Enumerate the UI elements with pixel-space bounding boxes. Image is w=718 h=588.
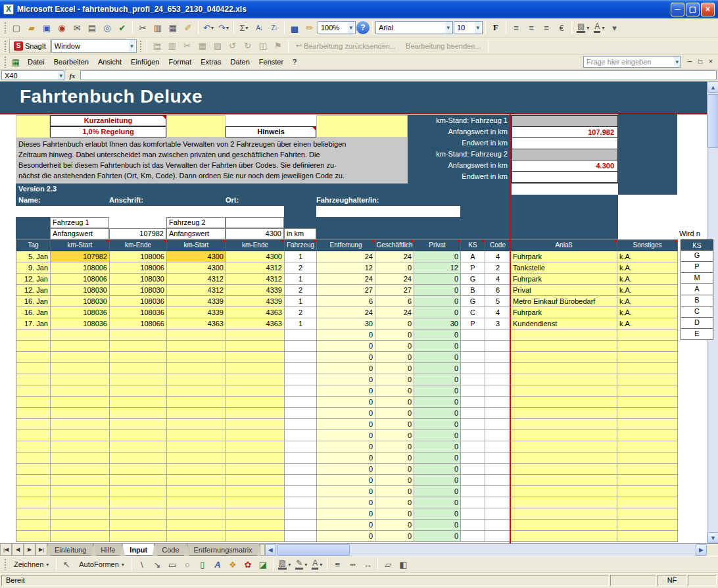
cell[interactable] xyxy=(51,385,110,397)
align-center-icon[interactable]: ≡ xyxy=(524,20,538,35)
menu-daten[interactable]: Daten xyxy=(226,56,254,68)
cell[interactable]: k.A. xyxy=(617,262,678,274)
cell[interactable]: 0 xyxy=(375,453,414,464)
cell[interactable]: 12. Jan xyxy=(16,285,51,296)
cell[interactable]: 0 xyxy=(414,251,461,262)
cell[interactable] xyxy=(226,441,285,453)
cell[interactable] xyxy=(51,363,110,374)
cell[interactable] xyxy=(167,441,226,453)
ks-code-cell[interactable]: B xyxy=(681,295,713,306)
cell[interactable]: 0 xyxy=(375,441,414,453)
cell[interactable] xyxy=(511,486,617,497)
end-edit-button[interactable]: Bearbeitung beenden... xyxy=(401,39,485,53)
cell[interactable] xyxy=(511,363,617,374)
cell[interactable] xyxy=(226,419,285,430)
copy-icon[interactable]: ▥ xyxy=(151,20,165,35)
sheet-icon[interactable]: ▤ xyxy=(150,39,164,53)
cell[interactable] xyxy=(285,531,317,542)
cell[interactable] xyxy=(617,453,678,464)
cell[interactable]: 0 xyxy=(317,497,375,508)
cell[interactable] xyxy=(511,330,617,341)
cell[interactable] xyxy=(110,341,167,352)
menu-bearbeiten[interactable]: Bearbeiten xyxy=(49,56,93,68)
empty-cell-block[interactable] xyxy=(166,115,226,137)
fill-color-button[interactable]: ▨▾ xyxy=(276,557,293,572)
cell[interactable] xyxy=(51,419,110,430)
cell[interactable]: k.A. xyxy=(617,296,678,307)
cell[interactable] xyxy=(617,464,678,475)
menu-einfuegen[interactable]: Einfügen xyxy=(126,56,164,68)
cell[interactable] xyxy=(110,453,167,464)
cell[interactable] xyxy=(110,475,167,486)
textbox-icon[interactable]: ▯ xyxy=(195,557,210,572)
cell[interactable]: 0 xyxy=(414,296,461,307)
align-right-icon[interactable]: ≡ xyxy=(539,20,554,35)
paste-sheet-icon[interactable]: ▦ xyxy=(195,39,210,53)
cell[interactable]: 24 xyxy=(375,251,414,262)
redo-button[interactable]: ↷▾ xyxy=(216,20,231,35)
cell[interactable]: 0 xyxy=(375,419,414,430)
cell[interactable]: 0 xyxy=(414,453,461,464)
formula-input[interactable] xyxy=(80,70,717,80)
column-header-km-start[interactable]: km-Start xyxy=(51,240,110,251)
cell[interactable]: 0 xyxy=(414,352,461,363)
cell[interactable]: 0 xyxy=(317,453,375,464)
cell[interactable] xyxy=(51,531,110,542)
font-name-select[interactable]: Arial ▾ xyxy=(375,21,453,34)
cell[interactable] xyxy=(485,475,511,486)
cell[interactable] xyxy=(226,520,285,531)
cell[interactable]: 108030 xyxy=(110,285,167,296)
cell[interactable]: 27 xyxy=(317,285,375,296)
cell[interactable] xyxy=(285,341,317,352)
cell[interactable]: 108030 xyxy=(51,285,110,296)
cell[interactable] xyxy=(485,464,511,475)
cell[interactable] xyxy=(485,363,511,374)
cell[interactable] xyxy=(485,419,511,430)
cell[interactable] xyxy=(485,497,511,508)
cell[interactable]: 5 xyxy=(485,296,511,307)
cell[interactable] xyxy=(461,374,485,385)
cell[interactable]: 0 xyxy=(317,464,375,475)
grid-icon[interactable]: ▧ xyxy=(210,39,225,53)
cell[interactable] xyxy=(16,419,51,430)
shadow-style-icon[interactable]: ▱ xyxy=(381,557,395,572)
ks-code-cell[interactable]: A xyxy=(681,284,713,295)
window-titlebar[interactable]: X Microsoft Excel - fahrtenbuch_profi_24… xyxy=(0,0,718,18)
cell[interactable]: 0 xyxy=(414,408,461,419)
cell[interactable]: 108006 xyxy=(110,251,167,262)
cell[interactable] xyxy=(617,441,678,453)
cell[interactable]: 0 xyxy=(414,441,461,453)
cell[interactable]: 0 xyxy=(317,486,375,497)
cell[interactable] xyxy=(461,397,485,408)
cell[interactable] xyxy=(511,341,617,352)
cell[interactable] xyxy=(110,430,167,441)
fill-color-button[interactable]: ▨▾ xyxy=(575,20,591,35)
snagit-button[interactable]: S SnagIt xyxy=(9,39,51,53)
sheet-tab-input[interactable]: Input xyxy=(122,544,155,556)
email-icon[interactable]: ✉ xyxy=(70,20,84,35)
regelung-button[interactable]: 1,0% Regelung xyxy=(50,126,166,137)
cell[interactable] xyxy=(167,520,226,531)
cell[interactable]: 108030 xyxy=(51,296,110,307)
cell[interactable]: 0 xyxy=(317,475,375,486)
cell[interactable] xyxy=(51,374,110,385)
cell[interactable]: 4300 xyxy=(167,251,226,262)
cell[interactable]: 9. Jan xyxy=(16,262,51,274)
fahrzeug2-label-cell[interactable]: Fahrzeug 2 xyxy=(166,217,226,228)
cell[interactable] xyxy=(16,486,51,497)
cell[interactable] xyxy=(167,408,226,419)
cell[interactable] xyxy=(226,430,285,441)
cell[interactable] xyxy=(16,385,51,397)
cell[interactable]: 30 xyxy=(414,318,461,330)
cell[interactable] xyxy=(51,441,110,453)
cell[interactable] xyxy=(285,408,317,419)
cell[interactable] xyxy=(285,497,317,508)
cell[interactable]: 0 xyxy=(317,341,375,352)
km-stand-value-cell[interactable] xyxy=(512,149,617,160)
cell[interactable] xyxy=(226,363,285,374)
cell[interactable]: 0 xyxy=(375,486,414,497)
cell[interactable]: 0 xyxy=(375,341,414,352)
cell[interactable]: 0 xyxy=(375,464,414,475)
cell[interactable]: C xyxy=(461,307,485,318)
window-icon[interactable]: ◫ xyxy=(256,39,270,53)
